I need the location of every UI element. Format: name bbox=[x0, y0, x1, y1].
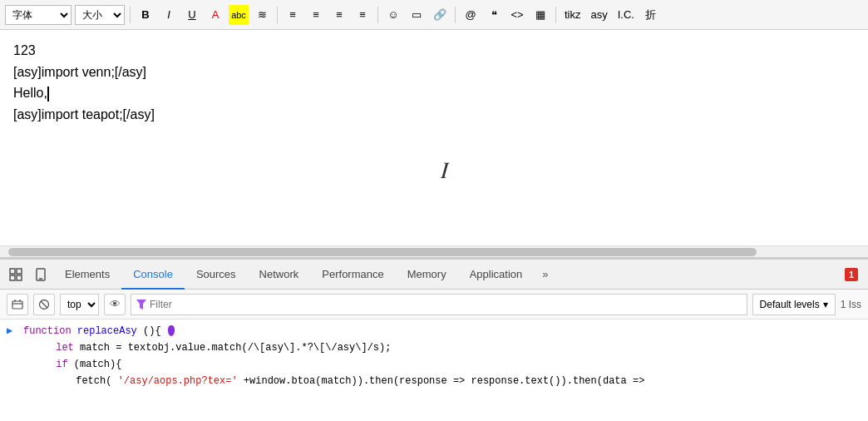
align-justify-button[interactable]: ≡ bbox=[353, 5, 372, 25]
default-levels-button[interactable]: Default levels ▾ bbox=[752, 294, 836, 315]
expand-arrow[interactable]: ▶ bbox=[7, 324, 18, 339]
svg-rect-2 bbox=[10, 275, 15, 280]
align-center-button[interactable]: ≡ bbox=[306, 5, 326, 25]
tikz-button[interactable]: tikz bbox=[561, 5, 584, 25]
line-gutter bbox=[7, 340, 18, 355]
sep-3 bbox=[377, 7, 378, 23]
devtools-tab-bar: Elements Console Sources Network Perform… bbox=[0, 260, 868, 290]
editor-line-2: [asy]import venn;[/asy] bbox=[13, 62, 855, 83]
italic-button[interactable]: I bbox=[159, 5, 179, 25]
inspect-icon bbox=[9, 268, 22, 281]
at-button[interactable]: @ bbox=[461, 5, 481, 25]
link-button[interactable]: 🔗 bbox=[430, 5, 450, 25]
svg-line-11 bbox=[41, 301, 47, 308]
sep-4 bbox=[455, 7, 456, 23]
ic-button[interactable]: I.C. bbox=[614, 5, 638, 25]
line-gutter-4 bbox=[7, 374, 18, 389]
sep-5 bbox=[555, 7, 556, 23]
error-badge: 1 bbox=[838, 268, 865, 281]
svg-marker-12 bbox=[136, 300, 146, 310]
tab-performance[interactable]: Performance bbox=[310, 260, 395, 290]
filter-icon bbox=[136, 300, 146, 310]
devtools-panel: Elements Console Sources Network Perform… bbox=[0, 258, 868, 421]
editor-line-1: 123 bbox=[13, 40, 855, 62]
filter-input-wrap bbox=[131, 294, 747, 315]
console-toolbar: top 👁 Default levels ▾ 1 Iss bbox=[0, 290, 868, 319]
table-button[interactable]: ▦ bbox=[530, 5, 550, 25]
horizontal-scrollbar[interactable] bbox=[0, 246, 868, 258]
font-select[interactable]: 字体 bbox=[5, 5, 72, 25]
sep-1 bbox=[130, 7, 131, 23]
tab-elements[interactable]: Elements bbox=[53, 260, 121, 290]
eye-button[interactable]: 👁 bbox=[104, 294, 126, 315]
context-select[interactable]: top bbox=[60, 294, 99, 315]
tab-more-button[interactable]: » bbox=[534, 260, 556, 290]
inspect-element-button[interactable] bbox=[3, 262, 28, 287]
align-right-button[interactable]: ≡ bbox=[329, 5, 349, 25]
editor-line-3: Hello, bbox=[13, 82, 855, 104]
tab-console[interactable]: Console bbox=[121, 260, 185, 290]
editor-area[interactable]: 123 [asy]import venn;[/asy] Hello, [asy]… bbox=[0, 30, 868, 246]
issues-count: 1 Iss bbox=[841, 299, 861, 310]
tab-sources[interactable]: Sources bbox=[185, 260, 248, 290]
asy-button[interactable]: asy bbox=[588, 5, 611, 25]
quote-button[interactable]: ❝ bbox=[484, 5, 504, 25]
ibeam-cursor: 𝐼 bbox=[441, 159, 448, 182]
eraser-button[interactable]: ≋ bbox=[252, 5, 272, 25]
console-line-4: fetch( '/asy/aops.php?tex=' +window.btoa… bbox=[7, 373, 861, 389]
code-button[interactable]: <> bbox=[507, 5, 527, 25]
error-icon: 1 bbox=[845, 268, 858, 281]
align-left-button[interactable]: ≡ bbox=[283, 5, 303, 25]
block-button[interactable] bbox=[33, 294, 55, 315]
tab-network[interactable]: Network bbox=[248, 260, 311, 290]
console-line-1: ▶ function replaceAsy (){ bbox=[7, 323, 861, 339]
svg-rect-1 bbox=[17, 269, 22, 274]
underline-button[interactable]: U bbox=[182, 5, 202, 25]
editor-line-4: [asy]import teapot;[/asy] bbox=[13, 104, 855, 126]
bold-button[interactable]: B bbox=[136, 5, 155, 25]
scrollbar-thumb[interactable] bbox=[8, 248, 757, 256]
svg-rect-3 bbox=[17, 275, 22, 280]
fold-button[interactable]: 折 bbox=[641, 5, 661, 25]
clear-icon bbox=[12, 299, 23, 310]
highlight-button[interactable]: abc bbox=[229, 5, 249, 25]
device-toolbar-button[interactable] bbox=[28, 262, 53, 287]
clear-console-button[interactable] bbox=[7, 294, 28, 315]
line-gutter-3 bbox=[7, 357, 18, 372]
size-select[interactable]: 大小 bbox=[75, 5, 125, 25]
emoji-button[interactable]: ☺ bbox=[383, 5, 403, 25]
console-output[interactable]: ▶ function replaceAsy (){ let match = te… bbox=[0, 319, 868, 421]
console-line-2: let match = textobj.value.match(/\[asy\]… bbox=[7, 339, 861, 356]
console-cursor-marker bbox=[168, 325, 175, 336]
block-icon bbox=[38, 299, 50, 310]
editor-toolbar: 字体 大小 B I U A abc ≋ ≡ ≡ ≡ ≡ ☺ ▭ 🔗 @ ❝ <>… bbox=[0, 0, 868, 30]
filter-input[interactable] bbox=[150, 299, 742, 310]
tab-memory[interactable]: Memory bbox=[396, 260, 458, 290]
tab-application[interactable]: Application bbox=[458, 260, 535, 290]
color-button[interactable]: A bbox=[205, 5, 225, 25]
console-line-3: if (match){ bbox=[7, 356, 861, 373]
svg-rect-6 bbox=[12, 301, 22, 309]
text-cursor bbox=[47, 87, 49, 102]
sep-2 bbox=[277, 7, 278, 23]
image-button[interactable]: ▭ bbox=[407, 5, 427, 25]
device-icon bbox=[35, 268, 47, 281]
svg-rect-0 bbox=[10, 269, 15, 274]
